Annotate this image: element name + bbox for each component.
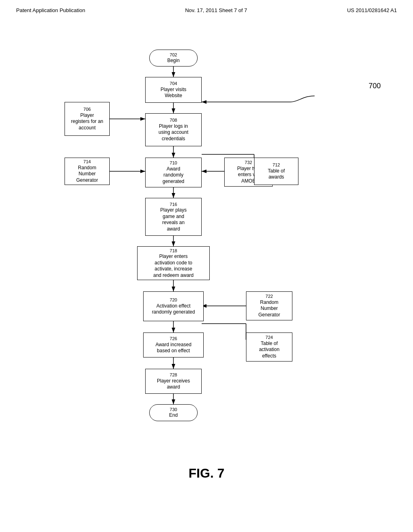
node-728: 728 Player receivesaward [145,369,202,394]
node-724: 724 Table ofactivationeffects [246,332,292,362]
node-726: 726 Award increasedbased on effect [143,332,204,357]
node-704: 704 Player visitsWebsite [145,77,202,103]
node-716: 716 Player playsgame andreveals anaward [145,198,202,236]
node-706: 706 Playerregisters for anaccount [65,102,110,136]
header-middle: Nov. 17, 2011 Sheet 7 of 7 [185,7,247,13]
node-730: 730 End [149,404,198,421]
node-722: 722 RandomNumberGenerator [246,291,292,320]
node-708: 708 Player logs inusing accountcredentia… [145,113,202,146]
diagram-area: 702 Begin 704 Player visitsWebsite 706 P… [0,17,413,493]
header-left: Patent Application Publication [16,7,85,13]
node-710: 710 Awardrandomlygenerated [145,158,202,187]
node-714: 714 RandomNumberGenerator [65,158,110,185]
node-718: 718 Player entersactivation code toactiv… [137,246,210,280]
node-702: 702 Begin [149,50,198,66]
node-720: 720 Activation effectrandomly generated [143,291,204,321]
diagram-number: 700 [369,82,381,90]
header-right: US 2011/0281642 A1 [347,7,397,13]
node-712: 712 Table ofawards [254,158,298,185]
page-header: Patent Application Publication Nov. 17, … [0,0,413,13]
figure-label: FIG. 7 [189,466,225,481]
